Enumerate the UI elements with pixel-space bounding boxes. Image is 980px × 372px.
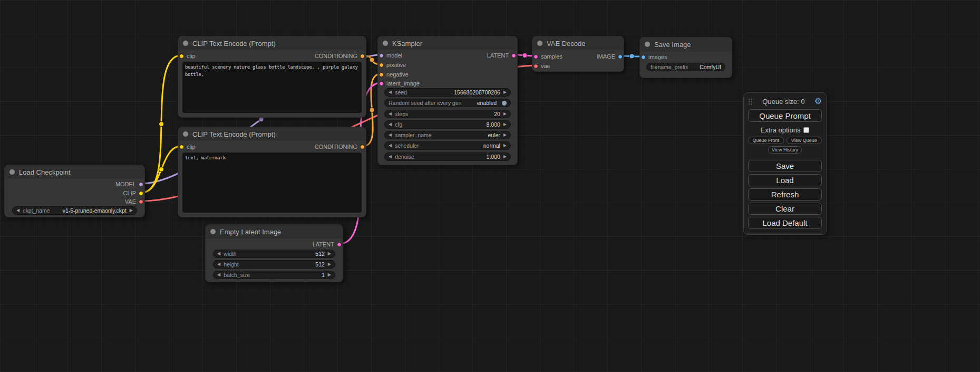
latent-slot-icon[interactable] <box>533 54 538 59</box>
stepper-right-icon[interactable]: ▶ <box>503 122 507 127</box>
drag-handle-icon[interactable] <box>748 98 753 105</box>
input-slot-clip[interactable]: clip <box>179 52 196 60</box>
collapse-dot-icon[interactable] <box>210 229 216 234</box>
stepper-right-icon[interactable]: ▶ <box>503 90 507 94</box>
stepper-left-icon[interactable]: ◀ <box>389 122 392 127</box>
model-slot-icon[interactable] <box>139 182 143 187</box>
output-slot-model[interactable]: MODEL <box>115 180 143 188</box>
input-slot-positive[interactable]: positive <box>379 61 406 69</box>
stepper-right-icon[interactable]: ▶ <box>503 112 507 116</box>
widget-steps[interactable]: ◀ steps 20 ▶ <box>384 110 511 118</box>
output-slot-conditioning[interactable]: CONDITIONING <box>315 142 365 151</box>
node-clip-text-encode-negative[interactable]: CLIP Text Encode (Prompt) clip CONDITION… <box>178 127 366 217</box>
stepper-left-icon[interactable]: ◀ <box>389 133 392 137</box>
conditioning-slot-icon[interactable] <box>360 145 365 149</box>
output-slot-vae[interactable]: VAE <box>125 197 143 206</box>
node-clip-text-encode-positive[interactable]: CLIP Text Encode (Prompt) clip CONDITION… <box>178 36 366 118</box>
node-title-bar[interactable]: CLIP Text Encode (Prompt) <box>178 36 366 50</box>
stepper-left-icon[interactable]: ◀ <box>217 262 220 266</box>
node-title-bar[interactable]: Empty Latent Image <box>206 225 343 239</box>
node-title-bar[interactable]: Load Checkpoint <box>5 165 144 179</box>
widget-cfg[interactable]: ◀ cfg 8.000 ▶ <box>384 120 511 129</box>
collapse-dot-icon[interactable] <box>183 41 188 46</box>
stepper-left-icon[interactable]: ◀ <box>389 112 392 116</box>
stepper-left-icon[interactable]: ◀ <box>217 252 220 256</box>
load-default-button[interactable]: Load Default <box>748 217 822 229</box>
latent-slot-icon[interactable] <box>337 242 342 247</box>
node-load-checkpoint[interactable]: Load Checkpoint MODEL CLIP VAE ◀ ckpt_na… <box>4 165 145 217</box>
output-slot-clip[interactable]: CLIP <box>123 189 143 197</box>
input-slot-negative[interactable]: negative <box>379 70 409 79</box>
clip-slot-icon[interactable] <box>179 54 184 59</box>
stepper-right-icon[interactable]: ▶ <box>503 144 507 148</box>
clip-slot-icon[interactable] <box>179 145 184 149</box>
stepper-left-icon[interactable]: ◀ <box>16 208 20 213</box>
prompt-text-field[interactable]: text, watermark <box>182 152 362 213</box>
extra-options-checkbox[interactable] <box>803 127 809 133</box>
collapse-dot-icon[interactable] <box>9 169 15 175</box>
stepper-left-icon[interactable]: ◀ <box>389 155 392 159</box>
stepper-left-icon[interactable]: ◀ <box>389 144 392 148</box>
toggle-dot-icon[interactable] <box>502 101 507 106</box>
view-queue-button[interactable]: View Queue <box>787 137 822 144</box>
node-title-bar[interactable]: KSampler <box>378 36 517 50</box>
latent-slot-icon[interactable] <box>379 81 384 86</box>
widget-seed[interactable]: ◀ seed 156680208700286 ▶ <box>384 88 511 97</box>
stepper-right-icon[interactable]: ▶ <box>328 273 331 277</box>
node-vae-decode[interactable]: VAE Decode samples IMAGE vae <box>532 36 624 72</box>
conditioning-slot-icon[interactable] <box>379 63 384 68</box>
refresh-button[interactable]: Refresh <box>748 188 822 201</box>
node-title-bar[interactable]: VAE Decode <box>532 36 624 50</box>
vae-slot-icon[interactable] <box>139 199 143 204</box>
stepper-right-icon[interactable]: ▶ <box>503 155 507 159</box>
load-button[interactable]: Load <box>748 174 822 186</box>
widget-ckpt-name[interactable]: ◀ ckpt_name v1-5-pruned-emaonly.ckpt ▶ <box>12 206 137 215</box>
stepper-right-icon[interactable]: ▶ <box>503 133 507 137</box>
conditioning-slot-icon[interactable] <box>379 72 384 77</box>
image-slot-icon[interactable] <box>618 54 623 59</box>
collapse-dot-icon[interactable] <box>383 41 388 46</box>
input-slot-clip[interactable]: clip <box>179 142 196 151</box>
widget-width[interactable]: ◀ width 512 ▶ <box>213 250 335 258</box>
clip-slot-icon[interactable] <box>139 191 143 196</box>
widget-height[interactable]: ◀ height 512 ▶ <box>213 260 335 269</box>
stepper-right-icon[interactable]: ▶ <box>130 208 133 213</box>
output-slot-conditioning[interactable]: CONDITIONING <box>315 52 365 60</box>
input-slot-images[interactable]: images <box>641 53 667 61</box>
input-slot-vae[interactable]: vae <box>533 62 550 70</box>
model-slot-icon[interactable] <box>379 53 384 58</box>
widget-batch-size[interactable]: ◀ batch_size 1 ▶ <box>213 271 335 279</box>
output-slot-latent[interactable]: LATENT <box>313 240 342 249</box>
input-slot-latent-image[interactable]: latent_image <box>379 79 420 88</box>
stepper-right-icon[interactable]: ▶ <box>328 252 331 256</box>
node-title-bar[interactable]: CLIP Text Encode (Prompt) <box>178 127 366 141</box>
latent-slot-icon[interactable] <box>511 53 516 58</box>
save-button[interactable]: Save <box>748 160 822 172</box>
collapse-dot-icon[interactable] <box>183 131 188 137</box>
queue-prompt-button[interactable]: Queue Prompt <box>748 109 822 122</box>
node-save-image[interactable]: Save Image images filename_prefix ComfyU… <box>639 37 732 78</box>
settings-gear-icon[interactable]: ⚙ <box>814 97 822 106</box>
node-empty-latent-image[interactable]: Empty Latent Image LATENT ◀ width 512 ▶ … <box>205 224 343 282</box>
stepper-left-icon[interactable]: ◀ <box>217 273 220 277</box>
output-slot-image[interactable]: IMAGE <box>597 52 623 61</box>
widget-sampler-name[interactable]: ◀ sampler_name euler ▶ <box>384 131 511 139</box>
collapse-dot-icon[interactable] <box>645 42 650 47</box>
widget-denoise[interactable]: ◀ denoise 1.000 ▶ <box>384 152 511 161</box>
node-ksampler[interactable]: KSampler model LATENT positive negative … <box>377 36 518 165</box>
input-slot-samples[interactable]: samples <box>533 52 562 61</box>
widget-filename-prefix[interactable]: filename_prefix ComfyUI <box>646 63 725 71</box>
conditioning-slot-icon[interactable] <box>360 54 365 59</box>
widget-random-seed-toggle[interactable]: Random seed after every gen enabled <box>384 99 511 107</box>
stepper-left-icon[interactable]: ◀ <box>389 90 392 94</box>
vae-slot-icon[interactable] <box>533 64 538 69</box>
node-title-bar[interactable]: Save Image <box>640 37 732 51</box>
view-history-button[interactable]: View History <box>768 146 802 154</box>
image-slot-icon[interactable] <box>641 55 646 60</box>
widget-scheduler[interactable]: ◀ scheduler normal ▶ <box>384 141 511 150</box>
input-slot-model[interactable]: model <box>379 51 402 60</box>
queue-front-button[interactable]: Queue Front <box>748 137 784 144</box>
graph-canvas[interactable]: Load Checkpoint MODEL CLIP VAE ◀ ckpt_na… <box>0 0 980 372</box>
prompt-text-field[interactable]: beautiful scenery nature glass bottle la… <box>182 62 362 113</box>
collapse-dot-icon[interactable] <box>537 41 542 46</box>
